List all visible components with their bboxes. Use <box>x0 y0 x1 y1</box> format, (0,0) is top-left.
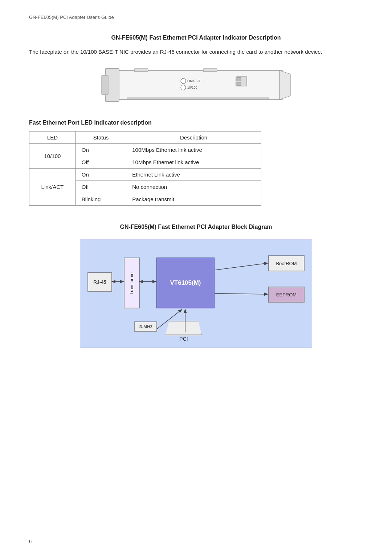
col-header-desc: Description <box>126 131 261 144</box>
pci-label: PCI <box>179 336 188 342</box>
table-section: Fast Ethernet Port LED indicator descrip… <box>29 119 363 206</box>
led-table: LED Status Description 10/100 On 100Mbps… <box>29 131 261 206</box>
rj45-box: RJ-45 <box>87 272 112 292</box>
page-header: GN-FE605(M) PCI Adapter User's Guide <box>29 15 363 20</box>
vt6105-box: VT6105(M) <box>156 258 215 308</box>
page-number: 6 <box>29 539 32 544</box>
led-cell-linkact: Link/ACT <box>29 169 76 206</box>
status-cell-off-2: Off <box>75 181 126 193</box>
pci-container: PCI <box>166 321 202 342</box>
bootrom-box: BootROM <box>268 255 305 271</box>
col-header-status: Status <box>75 131 126 144</box>
svg-point-6 <box>181 85 186 90</box>
block-diagram-section-title: GN-FE605(M) Fast Ethernet PCI Adapter Bl… <box>29 224 363 230</box>
desc-cell-2: 10Mbps Ethernet link active <box>126 156 261 169</box>
svg-text:LINK/ACT: LINK/ACT <box>187 79 202 83</box>
desc-cell-1: 100Mbps Ethernet link active <box>126 144 261 156</box>
svg-rect-2 <box>102 75 108 95</box>
svg-rect-11 <box>237 82 241 86</box>
desc-cell-4: No connection <box>126 181 261 193</box>
status-cell-on-2: On <box>75 169 126 181</box>
svg-text:10/100: 10/100 <box>187 86 197 89</box>
col-header-led: LED <box>29 131 76 144</box>
svg-rect-10 <box>237 77 241 81</box>
eeprom-box: EEPROM <box>268 287 305 303</box>
nic-diagram-container: LINK/ACT 10/100 <box>29 65 363 105</box>
status-cell-on-1: On <box>75 144 126 156</box>
svg-rect-12 <box>127 98 269 99</box>
transformer-box: Transformer <box>124 258 140 308</box>
led-cell-10-100: 10/100 <box>29 144 76 169</box>
svg-point-5 <box>181 78 186 84</box>
nic-diagram-svg: LINK/ACT 10/100 <box>94 65 298 105</box>
status-cell-off-1: Off <box>75 156 126 169</box>
block-diagram: RJ-45 Transformer VT6105(M) BootROM EEPR… <box>80 239 312 348</box>
svg-rect-0 <box>116 70 283 100</box>
svg-rect-3 <box>134 69 148 72</box>
desc-cell-5: Package transmit <box>126 193 261 206</box>
desc-cell-3: Ethernet Link active <box>126 169 261 181</box>
section1-body: The faceplate on the 10/100 BASE-T NIC p… <box>29 48 363 56</box>
status-cell-blinking: Blinking <box>75 193 126 206</box>
table-row: Link/ACT On Ethernet Link active <box>29 169 261 181</box>
table-row: 10/100 On 100Mbps Ethernet link active <box>29 144 261 156</box>
svg-line-16 <box>215 293 268 294</box>
pci-arrow <box>166 321 202 335</box>
table-section-title: Fast Ethernet Port LED indicator descrip… <box>29 119 363 126</box>
mhz-box: 25MHz <box>134 321 157 332</box>
svg-rect-4 <box>203 69 217 72</box>
section1-title: GN-FE605(M) Fast Ethernet PCI Adapter In… <box>29 35 363 41</box>
block-diagram-outer: RJ-45 Transformer VT6105(M) BootROM EEPR… <box>29 239 363 348</box>
svg-line-15 <box>215 263 268 270</box>
